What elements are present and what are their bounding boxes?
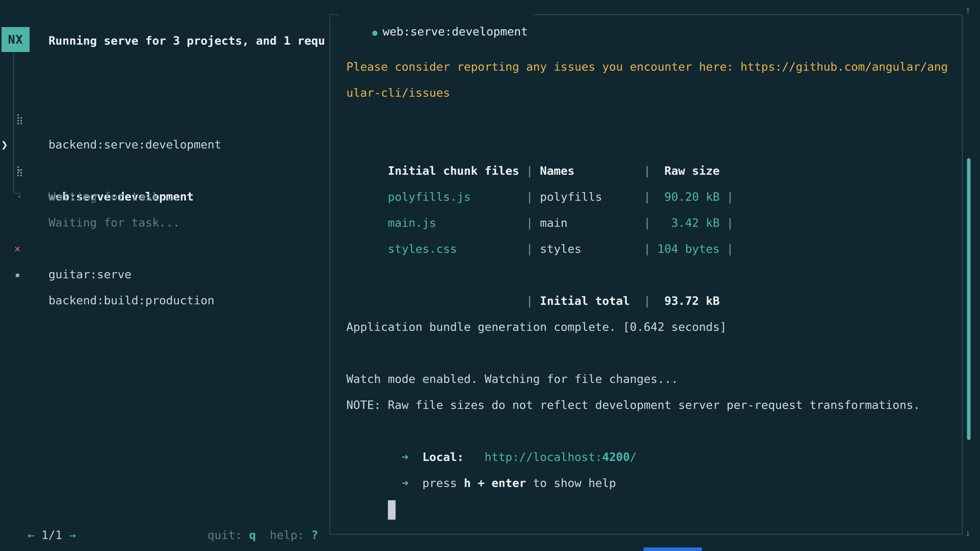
task-row-backend-build[interactable]: ▪ backend:build:production	[0, 235, 327, 262]
help-key: ?	[311, 528, 318, 542]
scroll-down-icon[interactable]: ↓	[965, 527, 971, 539]
file-name-cell: polyfills.js	[388, 184, 519, 210]
panel-title: ●web:serve:development	[339, 6, 533, 23]
terminal-cursor	[388, 500, 396, 519]
task-row-backend-serve[interactable]: ⣷ backend:serve:development	[0, 79, 327, 106]
help-label: help:	[270, 528, 304, 542]
file-name-cell: styles.css	[388, 236, 519, 262]
chunk-name-cell: main	[540, 210, 637, 236]
size-cell: 104 bytes	[657, 236, 720, 262]
pipe-separator: |	[519, 242, 540, 256]
prev-page-arrow-icon[interactable]: ←	[27, 528, 35, 542]
help-hint-prefix: press	[422, 476, 464, 490]
local-url[interactable]: http://localhost:4200/	[485, 450, 637, 464]
table-total-row: |Initial total|93.72 kB	[346, 262, 957, 288]
chunk-name-cell: styles	[540, 236, 637, 262]
pipe-separator: |	[637, 164, 657, 178]
chunk-name-cell: polyfills	[540, 184, 637, 210]
task-label: Waiting for task...	[48, 184, 180, 210]
pipe-separator: |	[637, 190, 657, 203]
chunk-table-header: Initial chunk files|Names|Raw size	[346, 132, 957, 158]
url-port: 4200	[602, 450, 630, 464]
task-label: backend:build:production	[48, 287, 215, 313]
page-indicator: 1/1	[41, 528, 62, 542]
nx-logo-badge: NX	[2, 27, 30, 52]
local-label: Local:	[422, 450, 464, 464]
warning-line-2: ular-cli/issues	[346, 80, 957, 106]
local-url-line: ➜Local:http://localhost:4200/	[346, 418, 957, 444]
task-row-waiting-2[interactable]: · Waiting for task...	[0, 158, 327, 184]
pipe-separator: |	[720, 216, 733, 230]
header-names: Names	[540, 158, 637, 184]
size-cell: 3.42 kB	[657, 210, 720, 236]
pipe-separator: |	[637, 216, 657, 230]
pipe-separator: |	[519, 164, 540, 178]
help-hint-suffix: to show help	[526, 476, 616, 490]
pipe-separator: |	[519, 294, 540, 308]
help-hint-keys: h + enter	[464, 476, 526, 490]
task-row-web-serve[interactable]: ❯ ⣷ web:serve:development	[0, 106, 327, 132]
total-size-cell: 93.72 kB	[657, 288, 720, 314]
file-name-cell: main.js	[388, 210, 519, 236]
scroll-up-icon[interactable]: ↑	[965, 3, 971, 16]
task-row-waiting-1[interactable]: · Waiting for task...	[0, 132, 327, 158]
scrollbar-thumb[interactable]	[967, 158, 970, 440]
task-row-guitar-serve[interactable]: ✕ guitar:serve	[0, 210, 327, 235]
terminal-output-panel: ●web:serve:development Please consider r…	[329, 14, 963, 535]
note-line: NOTE: Raw file sizes do not reflect deve…	[346, 392, 957, 418]
url-prefix: http://localhost:	[485, 450, 602, 464]
pipe-separator: |	[637, 294, 657, 308]
watch-mode-line: Watch mode enabled. Watching for file ch…	[346, 366, 957, 392]
pipe-separator: |	[720, 190, 733, 203]
running-bullet-icon: ●	[372, 27, 377, 38]
pipe-separator: |	[637, 242, 657, 256]
next-page-arrow-icon[interactable]: →	[69, 528, 76, 542]
total-label-cell: Initial total	[540, 288, 637, 314]
header-raw-size: Raw size	[657, 158, 720, 184]
pipe-separator: |	[519, 190, 540, 203]
pipe-separator: |	[519, 216, 540, 230]
terminal-output: Please consider reporting any issues you…	[346, 54, 957, 496]
task-label: guitar:serve	[48, 262, 131, 287]
panel-title-text: web:serve:development	[383, 25, 528, 38]
url-suffix: /	[630, 450, 637, 464]
size-cell: 90.20 kB	[657, 184, 720, 210]
bundle-complete-line: Application bundle generation complete. …	[346, 314, 957, 340]
quit-label: quit:	[207, 528, 242, 542]
warning-line-1: Please consider reporting any issues you…	[346, 54, 957, 80]
success-square-icon: ▪	[15, 262, 20, 287]
quit-key: q	[249, 528, 256, 542]
waiting-dot-icon: ·	[16, 184, 23, 210]
pointer-arrow-icon: ➜	[402, 476, 409, 490]
pointer-arrow-icon: ➜	[402, 450, 409, 464]
keyboard-hints: quit:qhelp:?	[194, 496, 318, 522]
header-chunk-files: Initial chunk files	[388, 158, 519, 184]
pagination: ←1/1→	[14, 496, 76, 522]
pipe-separator: |	[720, 242, 733, 256]
sidebar-title: Running serve for 3 projects, and 1 requ	[48, 34, 328, 48]
taskbar-sliver	[644, 548, 702, 551]
